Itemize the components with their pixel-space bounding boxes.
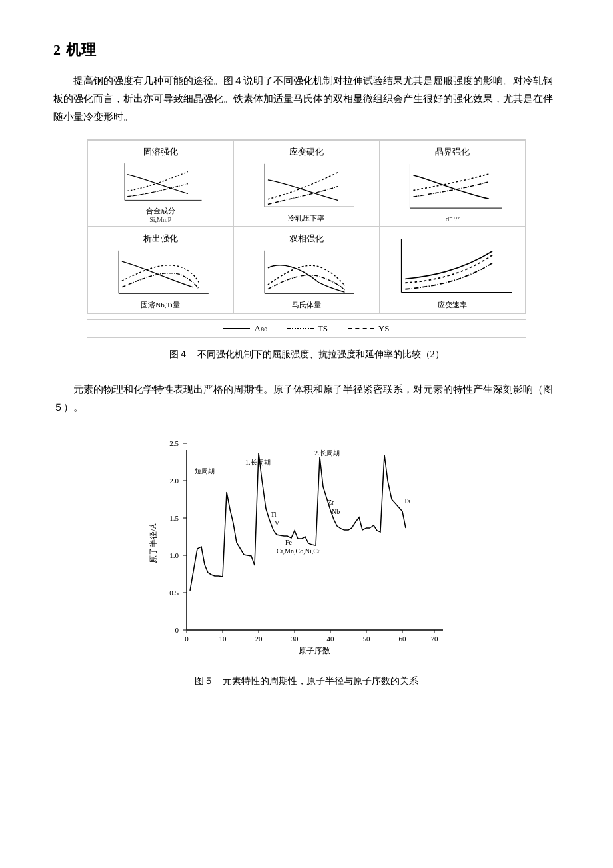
chart-xlabel-6: 应变速率 <box>438 300 467 310</box>
figure-5-caption: 图５ 元素特性的周期性，原子半径与原子序数的关系 <box>195 675 418 687</box>
svg-text:50: 50 <box>363 635 371 643</box>
svg-text:V: V <box>275 519 280 527</box>
svg-text:70: 70 <box>431 635 439 643</box>
figure-4-caption: 图４ 不同强化机制下的屈服强度、抗拉强度和延伸率的比较（2） <box>169 349 444 361</box>
chart-strain-rate: 应变速率 <box>380 227 526 313</box>
svg-text:Nb: Nb <box>332 508 340 515</box>
chart-xlabel-1: 合金成分 <box>146 206 175 216</box>
svg-text:60: 60 <box>399 635 407 643</box>
svg-text:短周期: 短周期 <box>195 467 215 475</box>
figure-5-container: 0 0.5 1.0 1.5 2.0 2.5 原子半径/Å 0 10 20 30 … <box>53 430 560 701</box>
chart-xlabel-4: 固溶Nb,Ti量 <box>141 300 180 310</box>
svg-text:2.5: 2.5 <box>169 439 179 447</box>
chart-xlabel-2: 冷轧压下率 <box>288 213 324 223</box>
svg-text:2.0: 2.0 <box>169 477 179 485</box>
atomic-radius-chart: 0 0.5 1.0 1.5 2.0 2.5 原子半径/Å 0 10 20 30 … <box>147 437 466 663</box>
chart-title-2: 应变硬化 <box>289 146 324 158</box>
svg-text:0: 0 <box>185 635 189 643</box>
chart-dual-phase: 双相强化 马氏体量 <box>233 227 379 313</box>
svg-text:Ta: Ta <box>404 497 410 505</box>
chart-legend: A₈₀ TS YS <box>87 319 526 338</box>
chart-precipitation: 析出强化 固溶Nb,Ti量 <box>87 227 233 313</box>
svg-text:0: 0 <box>175 626 179 634</box>
svg-text:2.长周期: 2.长周期 <box>314 449 340 457</box>
svg-text:40: 40 <box>327 635 335 643</box>
svg-text:1.长周期: 1.长周期 <box>245 459 271 466</box>
paragraph-1: 提高钢的强度有几种可能的途径。图４说明了不同强化机制对拉伸试验结果尤其是屈服强度… <box>53 72 560 126</box>
charts-grid: 固溶强化 合金成分 Si,Mn,P 应变硬化 <box>87 139 526 314</box>
section-title: 2 机理 <box>53 40 560 60</box>
svg-text:0.5: 0.5 <box>169 589 179 597</box>
chart-solid-solution: 固溶强化 合金成分 Si,Mn,P <box>87 140 233 227</box>
chart-title-5: 双相强化 <box>289 233 324 245</box>
chart-title-3: 晶界强化 <box>435 146 470 158</box>
svg-text:1.5: 1.5 <box>169 514 179 522</box>
chart-title-1: 固溶强化 <box>143 146 178 158</box>
legend-ts: TS <box>287 323 328 334</box>
svg-text:Fe: Fe <box>285 539 293 546</box>
svg-text:10: 10 <box>219 635 227 643</box>
legend-ys: YS <box>348 323 390 334</box>
chart-strain-hardening: 应变硬化 冷轧压下率 <box>233 140 379 227</box>
chart-xlabel-3: d⁻¹/² <box>446 215 460 223</box>
svg-text:原子半径/Å: 原子半径/Å <box>149 523 158 563</box>
legend-a80: A₈₀ <box>223 323 267 334</box>
svg-text:Cr,Mn,Co,Ni,Cu: Cr,Mn,Co,Ni,Cu <box>277 547 321 555</box>
svg-text:Zr: Zr <box>328 499 334 506</box>
figure-4-container: 固溶强化 合金成分 Si,Mn,P 应变硬化 <box>53 139 560 374</box>
svg-text:20: 20 <box>255 635 263 643</box>
svg-text:1.0: 1.0 <box>169 551 179 559</box>
chart-title-4: 析出强化 <box>143 233 178 245</box>
svg-text:原子序数: 原子序数 <box>299 646 330 655</box>
chart-xlabel-1b: Si,Mn,P <box>149 216 171 223</box>
svg-text:Ti: Ti <box>271 511 277 518</box>
svg-text:30: 30 <box>291 635 299 643</box>
chart-grain-boundary: 晶界强化 d⁻¹/² <box>380 140 526 227</box>
chart-xlabel-5: 马氏体量 <box>292 300 321 310</box>
paragraph-2: 元素的物理和化学特性表现出严格的周期性。原子体积和原子半径紧密联系，对元素的特性… <box>53 381 560 417</box>
